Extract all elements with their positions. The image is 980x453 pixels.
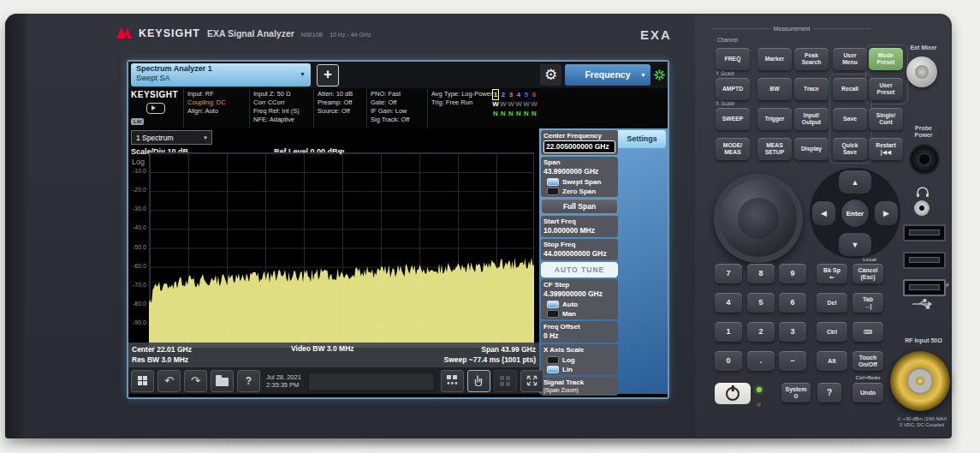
trace-indicator-6[interactable]: 6WN bbox=[531, 90, 538, 118]
power-button[interactable] bbox=[715, 383, 751, 404]
hardkey-mode-meas[interactable]: MODE/ MEAS bbox=[716, 138, 750, 160]
enter-button[interactable]: Enter bbox=[840, 198, 870, 229]
hardkey-quick-save[interactable]: Quick Save bbox=[833, 138, 867, 160]
x-scale-log-radio[interactable]: Log bbox=[547, 356, 615, 364]
auto-tune-button[interactable]: AUTO TUNE bbox=[541, 262, 618, 277]
dpad-up-button[interactable]: ▲ bbox=[839, 170, 871, 194]
freq-offset-control[interactable]: Freq Offset 0 Hz bbox=[541, 321, 618, 343]
hardkey-trace[interactable]: Trace bbox=[794, 78, 829, 100]
key-2[interactable]: 2 bbox=[747, 322, 775, 342]
key-del[interactable]: Del bbox=[817, 293, 847, 313]
key-4[interactable]: 4 bbox=[715, 293, 742, 313]
hardkey-sweep[interactable]: SWEEP bbox=[716, 108, 750, 130]
center-frequency-value[interactable]: 22.005000000 GHz bbox=[543, 140, 615, 153]
windows-start-button[interactable] bbox=[131, 370, 154, 392]
x-scale-lin-radio[interactable]: Lin bbox=[547, 366, 615, 373]
stop-freq-value[interactable]: 44.000000000 GHz bbox=[543, 249, 615, 259]
help-button[interactable]: ? bbox=[237, 370, 260, 392]
freq-offset-value[interactable]: 0 Hz bbox=[543, 331, 615, 341]
hardkey-bw[interactable]: BW bbox=[757, 78, 792, 100]
cf-step-auto-radio[interactable]: Auto bbox=[547, 301, 615, 308]
zero-span-radio[interactable]: Zero Span bbox=[547, 188, 615, 195]
warning-line-1: ⚠ +30 dBm (1W) MAX bbox=[888, 416, 955, 422]
swept-span-radio[interactable]: Swept Span bbox=[547, 178, 615, 186]
y-scale-group-label: Y Scale bbox=[716, 70, 734, 76]
touch-hand-icon bbox=[473, 375, 484, 386]
hardkey-freq[interactable]: FREQ bbox=[716, 48, 750, 70]
trace-indicator-3[interactable]: 3WN bbox=[508, 90, 514, 118]
status-item-align: Align: Auto bbox=[187, 107, 246, 116]
rpg-knob[interactable] bbox=[714, 174, 803, 263]
key-touch-on-off[interactable]: Touch On/Off bbox=[852, 351, 883, 371]
x-scale-log-label: Log bbox=[562, 357, 575, 364]
redo-button[interactable]: ↷ bbox=[184, 370, 207, 392]
stop-freq-control[interactable]: Stop Freq 44.000000000 GHz bbox=[541, 239, 618, 260]
spectrum-display[interactable]: 1 Spectrum ▼ Scale/Div 10 dB Ref Level 0… bbox=[128, 128, 539, 394]
key-undo[interactable]: Undo bbox=[852, 383, 883, 402]
key-[interactable]: . bbox=[747, 351, 775, 371]
x-axis-scale-control[interactable]: X Axis Scale Log Lin bbox=[541, 344, 618, 375]
hardkey-meas-setup[interactable]: MEAS SETUP bbox=[757, 138, 792, 160]
dpad-right-button[interactable]: ▶ bbox=[875, 201, 898, 225]
key-0[interactable]: 0 bbox=[715, 351, 742, 371]
start-freq-control[interactable]: Start Freq 10.000000 MHz bbox=[541, 216, 618, 237]
dpad-down-button[interactable]: ▼ bbox=[839, 233, 871, 256]
key-alt[interactable]: Alt bbox=[817, 351, 847, 371]
trace-indicator-5[interactable]: 5WN bbox=[523, 90, 530, 118]
key-tab[interactable]: Tab →| bbox=[852, 293, 883, 313]
span-value[interactable]: 43.9900000 GHz bbox=[543, 167, 615, 176]
dpad-left-button[interactable]: ◀ bbox=[812, 201, 835, 225]
span-control[interactable]: Span 43.9900000 GHz Swept Span Zero Span bbox=[541, 157, 618, 197]
hardkey-recall[interactable]: Recall bbox=[833, 78, 867, 100]
trace-selector-dropdown[interactable]: 1 Spectrum ▼ bbox=[131, 130, 212, 145]
y-axis-tick: -90.0 bbox=[128, 319, 146, 325]
key-6[interactable]: 6 bbox=[779, 293, 806, 313]
hardkey-input-output[interactable]: Input/ Output bbox=[794, 108, 829, 130]
cf-step-man-radio[interactable]: Man bbox=[547, 310, 615, 318]
full-span-button[interactable]: Full Span bbox=[541, 199, 618, 214]
key-[interactable]: ⌨ bbox=[852, 322, 883, 342]
key-ctrl[interactable]: Ctrl bbox=[817, 322, 847, 342]
fullscreen-button[interactable] bbox=[520, 370, 543, 392]
hardkey-amptd[interactable]: AMPTD bbox=[716, 78, 750, 100]
key-help[interactable]: ? bbox=[817, 383, 841, 402]
hardkey-marker[interactable]: Marker bbox=[757, 48, 792, 70]
key-cancel-esc[interactable]: Cancel (Esc) bbox=[852, 264, 883, 283]
grid-view-button[interactable] bbox=[494, 370, 517, 392]
key-[interactable]: − bbox=[779, 351, 806, 371]
trace-indicator-2[interactable]: 2WN bbox=[500, 90, 507, 118]
touch-mode-button[interactable] bbox=[467, 370, 490, 392]
key-7[interactable]: 7 bbox=[715, 264, 742, 283]
menu-selector-dropdown[interactable]: Frequency ▼ bbox=[565, 64, 650, 86]
tab-settings[interactable]: Settings bbox=[618, 130, 666, 148]
signal-track-control[interactable]: Signal Track (Span Zoom) bbox=[541, 377, 618, 396]
key-bk-sp[interactable]: Bk Sp ⇐ bbox=[817, 264, 847, 283]
key-8[interactable]: 8 bbox=[747, 264, 775, 283]
key-9[interactable]: 9 bbox=[779, 264, 806, 283]
add-measurement-button[interactable]: + bbox=[317, 64, 339, 86]
signal-track-label: Signal Track bbox=[543, 378, 615, 387]
window-layout-button[interactable] bbox=[441, 370, 464, 392]
center-frequency-control[interactable]: Center Frequency 22.005000000 GHz bbox=[541, 130, 618, 155]
key-1[interactable]: 1 bbox=[715, 322, 742, 342]
cf-step-value[interactable]: 4.399000000 GHz bbox=[543, 289, 615, 299]
hardkey-save[interactable]: Save bbox=[833, 108, 867, 130]
file-explorer-button[interactable] bbox=[211, 370, 234, 392]
cf-step-control[interactable]: CF Step 4.399000000 GHz Auto Man bbox=[541, 279, 618, 319]
hardkey-trigger[interactable]: Trigger bbox=[757, 108, 792, 130]
center-annotation: Center 22.01 GHz bbox=[132, 344, 192, 355]
start-freq-value[interactable]: 10.000000 MHz bbox=[543, 226, 615, 235]
key-3[interactable]: 3 bbox=[779, 322, 806, 342]
trace-indicator-4[interactable]: 4WN bbox=[515, 90, 522, 118]
hardkey-display[interactable]: Display bbox=[794, 138, 829, 160]
ext-mixer-label: Ext Mixer bbox=[895, 45, 952, 51]
trace-indicator-1[interactable]: 1WN bbox=[492, 90, 499, 118]
ext-mixer-connector bbox=[906, 57, 937, 87]
measurement-tab[interactable]: Spectrum Analyzer 1 Swept SA ▼ bbox=[131, 63, 311, 86]
hardkey-user-menu[interactable]: User Menu bbox=[833, 48, 867, 70]
undo-button[interactable]: ↶ bbox=[157, 370, 181, 392]
gear-icon[interactable]: ⚙ bbox=[540, 64, 561, 86]
key-5[interactable]: 5 bbox=[747, 293, 775, 313]
hardkey-peak-search[interactable]: Peak Search bbox=[794, 48, 829, 70]
key-system[interactable]: System ⚙ bbox=[781, 383, 811, 402]
